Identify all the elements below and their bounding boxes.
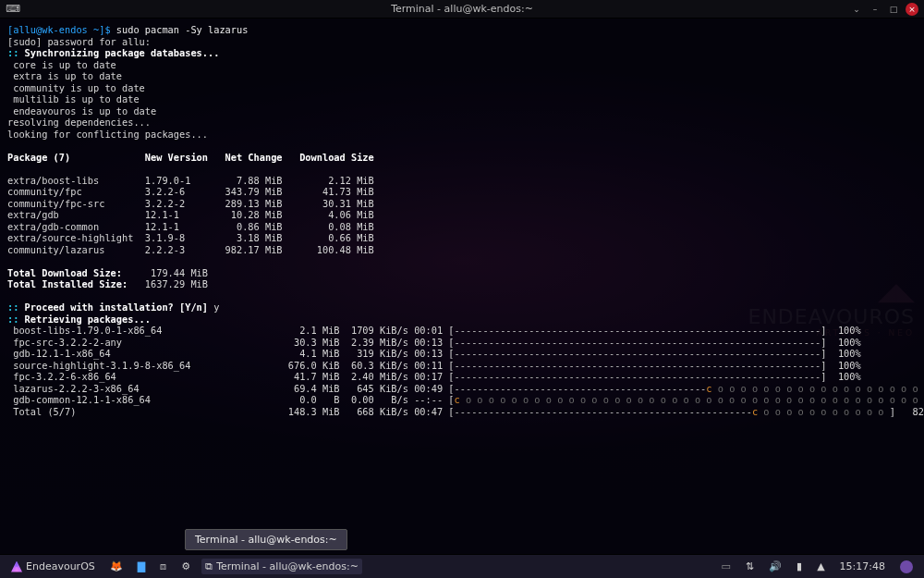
notification-tray-icon[interactable]: ▲ [813,559,828,574]
volume-tray-icon[interactable]: 🔊 [765,559,785,574]
files-launcher[interactable]: ▇ [134,559,149,574]
close-button[interactable]: × [906,3,918,16]
taskbar[interactable]: EndeavourOS 🦊 ▇ ⧈ ⚙ ⧉ Terminal - allu@wk… [0,554,924,578]
terminal-window[interactable]: [allu@wk-endos ~]$ sudo pacman -Sy lazar… [0,18,924,554]
taskbar-tooltip: Terminal - allu@wk-endos:~ [185,529,347,550]
settings-launcher[interactable]: ⚙ [177,559,194,574]
battery-tray-icon[interactable]: ▮ [793,559,806,574]
start-menu-button[interactable]: EndeavourOS [7,559,99,574]
terminal-icon: ⧉ [205,560,213,572]
terminal-output[interactable]: [allu@wk-endos ~]$ sudo pacman -Sy lazar… [0,18,924,423]
network-tray-icon[interactable]: ⇅ [742,559,758,574]
clock[interactable]: 15:17:48 [836,559,889,574]
terminal-icon: ⧈ [160,560,166,572]
user-menu-button[interactable] [896,559,917,575]
gear-icon: ⚙ [181,560,190,572]
taskbar-active-window[interactable]: ⧉ Terminal - allu@wk-endos:~ [201,559,362,574]
folder-icon: ▇ [138,560,145,572]
show-desktop-button[interactable]: ▭ [717,559,734,574]
window-title: Terminal - allu@wk-endos:~ [0,3,924,15]
power-icon [900,560,913,573]
firefox-icon: 🦊 [110,560,123,572]
window-titlebar[interactable]: ⌨ Terminal - allu@wk-endos:~ ⌄ – □ × [0,0,924,18]
firefox-launcher[interactable]: 🦊 [106,559,127,574]
taskbar-active-label: Terminal - allu@wk-endos:~ [216,560,359,572]
distro-label: EndeavourOS [26,560,95,572]
minimize-button[interactable]: – [869,3,881,16]
endeavouros-start-icon [11,561,22,572]
window-menu-button[interactable]: ⌄ [850,3,863,16]
terminal-app-icon: ⌨ [6,3,20,15]
desktop-icon: ▭ [721,560,730,572]
terminal-launcher[interactable]: ⧈ [156,559,170,574]
maximize-button[interactable]: □ [887,3,900,16]
